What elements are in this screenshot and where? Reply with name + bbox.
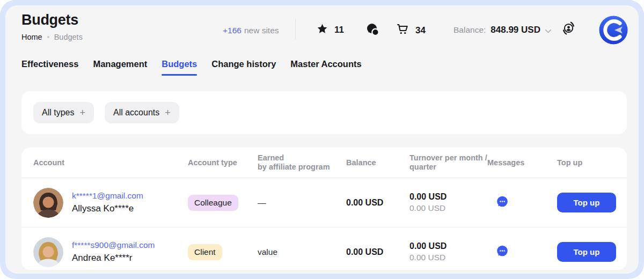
avatar xyxy=(33,237,63,267)
message-bubble-icon[interactable] xyxy=(495,195,509,211)
breadcrumb: Home Budgets xyxy=(21,33,83,41)
earned-cell: value xyxy=(258,247,346,257)
cart-counter[interactable]: 34 xyxy=(396,23,426,38)
chevron-down-icon xyxy=(545,26,551,35)
account-name: Allyssa Ko****e xyxy=(72,203,143,214)
page-title: Budgets xyxy=(21,12,78,28)
column-header-turnover: Turnover per month / quarter xyxy=(409,153,487,172)
column-header-balance: Balance xyxy=(346,158,409,167)
star-icon xyxy=(317,23,328,37)
support-agent-icon[interactable] xyxy=(561,20,576,39)
column-header-messages: Messages xyxy=(487,158,557,167)
budgets-table: Account Account type Earned by affiliate… xyxy=(21,148,627,270)
balance-cell: 0.00 USD xyxy=(346,198,409,208)
breadcrumb-home-link[interactable]: Home xyxy=(21,33,42,41)
favorites-count: 11 xyxy=(334,25,344,35)
account-cell: k*****1@gmail.com Allyssa Ko****e xyxy=(33,188,188,218)
plus-icon: + xyxy=(79,108,85,118)
message-bubble-icon[interactable] xyxy=(495,244,509,260)
column-header-account-type: Account type xyxy=(188,158,258,167)
turnover-cell: 0.00 USD 0.00 USD xyxy=(409,192,487,213)
cart-count: 34 xyxy=(415,25,426,36)
column-header-account: Account xyxy=(33,158,188,167)
chat-bubbles-icon[interactable] xyxy=(366,23,380,40)
cart-icon xyxy=(396,23,409,38)
tab-management[interactable]: Management xyxy=(93,59,147,76)
table-header-row: Account Account type Earned by affiliate… xyxy=(21,148,627,178)
tab-budgets[interactable]: Budgets xyxy=(162,59,197,76)
app-logo[interactable] xyxy=(598,15,628,45)
account-name: Andrea Ke****r xyxy=(72,253,155,263)
filters-panel: All types + All accounts + xyxy=(21,91,627,134)
topbar-divider xyxy=(295,19,296,40)
tab-master-accounts[interactable]: Master Accounts xyxy=(290,59,361,76)
new-sites-count: +166 xyxy=(223,26,241,35)
account-type-badge: Colleague xyxy=(188,195,238,211)
top-up-button[interactable]: Top up xyxy=(557,242,616,262)
tab-effectiveness[interactable]: Effectiveness xyxy=(21,59,78,76)
breadcrumb-current: Budgets xyxy=(54,33,83,41)
main-surface: Budgets Home Budgets +166new sites 11 xyxy=(5,5,639,274)
top-up-button[interactable]: Top up xyxy=(557,193,616,212)
balance-label: Balance: xyxy=(453,25,486,35)
new-sites-link[interactable]: +166new sites xyxy=(223,26,279,35)
new-sites-label: new sites xyxy=(244,26,279,35)
account-email-link[interactable]: f*****s900@gmail.com xyxy=(72,240,155,250)
table-row: f*****s900@gmail.com Andrea Ke****r Clie… xyxy=(21,227,627,270)
balance-dropdown[interactable]: Balance: 848.99 USD xyxy=(453,25,551,35)
turnover-cell: 0.00 USD 0.00 USD xyxy=(409,241,487,262)
plus-icon: + xyxy=(165,108,171,118)
balance-value: 848.99 USD xyxy=(491,25,540,35)
all-types-filter-label: All types xyxy=(42,108,74,118)
earned-cell: — xyxy=(258,198,346,208)
page-frame: Budgets Home Budgets +166new sites 11 xyxy=(0,0,644,279)
balance-cell: 0.00 USD xyxy=(346,247,409,257)
table-row: k*****1@gmail.com Allyssa Ko****e Collea… xyxy=(21,178,627,227)
account-cell: f*****s900@gmail.com Andrea Ke****r xyxy=(33,237,188,267)
tab-bar: Effectiveness Management Budgets Change … xyxy=(21,59,362,76)
all-accounts-filter-label: All accounts xyxy=(113,108,159,118)
favorites-counter[interactable]: 11 xyxy=(317,23,344,37)
all-types-filter-button[interactable]: All types + xyxy=(33,102,94,123)
account-type-badge: Client xyxy=(188,244,222,260)
tab-change-history[interactable]: Change history xyxy=(211,59,276,76)
account-email-link[interactable]: k*****1@gmail.com xyxy=(72,191,143,201)
avatar xyxy=(33,188,63,218)
column-header-earned: Earned by affiliate program xyxy=(258,153,346,172)
breadcrumb-separator-dot xyxy=(47,36,49,38)
all-accounts-filter-button[interactable]: All accounts + xyxy=(105,102,179,123)
column-header-top-up: Top up xyxy=(557,158,616,167)
